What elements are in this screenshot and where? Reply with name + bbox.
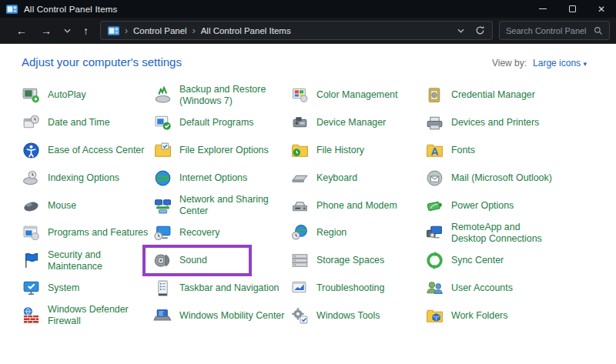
control-panel-item-region[interactable]: Region (290, 223, 425, 242)
control-panel-item-security-and-maintenance[interactable]: Security and Maintenance (22, 249, 153, 272)
breadcrumb-chevron-icon: › (192, 25, 196, 36)
item-label: AutoPlay (48, 89, 86, 101)
control-panel-item-sync-center[interactable]: Sync Center (425, 251, 611, 270)
item-label: User Accounts (451, 282, 513, 294)
item-label: Security and Maintenance (48, 249, 153, 272)
control-panel-item-windows-tools[interactable]: Windows Tools (290, 306, 425, 326)
control-panel-item-fonts[interactable]: Fonts (425, 141, 611, 160)
color-management-icon (290, 85, 310, 105)
devices-printers-icon (425, 113, 444, 132)
control-panel-item-device-manager[interactable]: Device Manager (290, 113, 425, 132)
control-panel-item-windows-mobility-center[interactable]: Windows Mobility Center (153, 306, 290, 326)
control-panel-item-programs-and-features[interactable]: Programs and Features (22, 223, 153, 242)
breadcrumb-all-control-panel-items[interactable]: All Control Panel Items (201, 26, 291, 35)
item-label: Troubleshooting (316, 282, 384, 294)
item-label: System (48, 282, 79, 294)
item-label: Recovery (179, 227, 219, 239)
control-panel-item-backup-and-restore-windows-7[interactable]: Backup and Restore (Windows 7) (153, 84, 290, 107)
sound-icon (153, 251, 172, 270)
control-panel-item-mail-microsoft-outlook[interactable]: Mail (Microsoft Outlook) (425, 169, 611, 188)
control-panel-item-internet-options[interactable]: Internet Options (153, 169, 290, 188)
security-maintenance-icon (22, 251, 41, 270)
item-label: Programs and Features (48, 227, 148, 239)
search-box[interactable] (499, 21, 610, 40)
control-panel-item-keyboard[interactable]: Keyboard (290, 169, 425, 188)
programs-features-icon (22, 223, 41, 242)
control-panel-item-ease-of-access-center[interactable]: Ease of Access Center (22, 141, 153, 160)
item-label: Mail (Microsoft Outlook) (451, 172, 552, 184)
region-icon (290, 223, 310, 242)
control-panel-item-file-explorer-options[interactable]: File Explorer Options (153, 141, 290, 160)
maximize-icon (569, 5, 576, 12)
user-accounts-icon (425, 279, 444, 298)
minimize-button[interactable] (528, 0, 557, 18)
window-title: All Control Panel Items (24, 5, 118, 14)
address-bar[interactable]: › Control Panel › All Control Panel Item… (100, 21, 493, 40)
maximize-button[interactable] (557, 0, 587, 18)
control-panel-item-windows-defender-firewall[interactable]: Windows Defender Firewall (22, 304, 153, 327)
item-label: Windows Defender Firewall (48, 304, 153, 327)
item-label: Device Manager (316, 117, 386, 129)
up-button[interactable]: ↑ (76, 25, 95, 37)
control-panel-item-work-folders[interactable]: Work Folders (425, 306, 611, 326)
control-panel-item-phone-and-modem[interactable]: Phone and Modem (290, 196, 425, 215)
item-label: Ease of Access Center (48, 145, 144, 156)
control-panel-item-recovery[interactable]: Recovery (153, 223, 290, 242)
breadcrumb-control-panel[interactable]: Control Panel (133, 26, 187, 35)
item-label: Power Options (451, 200, 514, 212)
remoteapp-icon (425, 223, 444, 242)
troubleshooting-icon (290, 279, 310, 298)
control-panel-item-sound[interactable]: Sound (153, 245, 290, 276)
view-by-label: View by: (492, 58, 527, 68)
item-label: Windows Mobility Center (179, 310, 284, 322)
network-sharing-icon (153, 196, 172, 215)
control-panel-item-file-history[interactable]: File History (290, 141, 425, 160)
address-dropdown-icon[interactable] (457, 28, 464, 33)
control-panel-item-color-management[interactable]: Color Management (290, 85, 425, 105)
backup-restore-icon (153, 85, 172, 105)
control-panel-item-date-and-time[interactable]: Date and Time (22, 113, 153, 132)
control-panel-item-storage-spaces[interactable]: Storage Spaces (290, 251, 425, 270)
back-button[interactable]: ← (9, 25, 34, 37)
view-by-dropdown[interactable]: Large icons ▾ (533, 58, 587, 68)
recovery-icon (153, 223, 172, 242)
internet-options-icon (153, 169, 172, 188)
control-panel-icon (6, 5, 18, 14)
windows-tools-icon (290, 306, 310, 326)
item-label: Keyboard (316, 172, 357, 184)
recent-locations-dropdown[interactable] (59, 28, 76, 33)
search-input[interactable] (506, 26, 594, 35)
control-panel-item-default-programs[interactable]: Default Programs (153, 113, 290, 132)
default-programs-icon (153, 113, 172, 132)
control-panel-item-power-options[interactable]: Power Options (425, 196, 611, 215)
item-label: Mouse (48, 200, 76, 212)
forward-button[interactable]: → (34, 25, 59, 37)
control-panel-item-system[interactable]: System (22, 279, 153, 298)
item-label: Date and Time (48, 117, 110, 129)
keyboard-icon (290, 169, 310, 188)
refresh-icon[interactable] (475, 25, 485, 35)
control-panel-item-network-and-sharing-center[interactable]: Network and Sharing Center (153, 194, 290, 217)
search-icon (594, 26, 603, 35)
fonts-icon (425, 141, 444, 160)
control-panel-item-autoplay[interactable]: AutoPlay (22, 85, 153, 105)
storage-spaces-icon (290, 251, 310, 270)
file-history-icon (290, 141, 310, 160)
chevron-down-icon: ▾ (583, 60, 587, 68)
control-panel-item-credential-manager[interactable]: Credential Manager (425, 85, 611, 105)
control-panel-item-user-accounts[interactable]: User Accounts (425, 279, 611, 298)
item-label: Color Management (316, 89, 397, 101)
close-button[interactable]: ✕ (587, 0, 616, 18)
control-panel-item-devices-and-printers[interactable]: Devices and Printers (425, 113, 611, 132)
item-label: Indexing Options (48, 172, 119, 184)
control-panel-item-mouse[interactable]: Mouse (22, 196, 153, 215)
item-label: Sync Center (451, 255, 504, 266)
item-label: Region (316, 227, 346, 239)
titlebar: All Control Panel Items ✕ (0, 0, 616, 18)
control-panel-item-taskbar-and-navigation[interactable]: Taskbar and Navigation (153, 279, 290, 298)
control-panel-item-remoteapp-and-desktop-connections[interactable]: RemoteApp and Desktop Connections (425, 222, 611, 245)
page-title: Adjust your computer's settings (22, 55, 182, 68)
control-panel-item-indexing-options[interactable]: Indexing Options (22, 169, 153, 188)
control-panel-item-troubleshooting[interactable]: Troubleshooting (290, 279, 425, 298)
content-area: Adjust your computer's settings View by:… (0, 44, 616, 364)
